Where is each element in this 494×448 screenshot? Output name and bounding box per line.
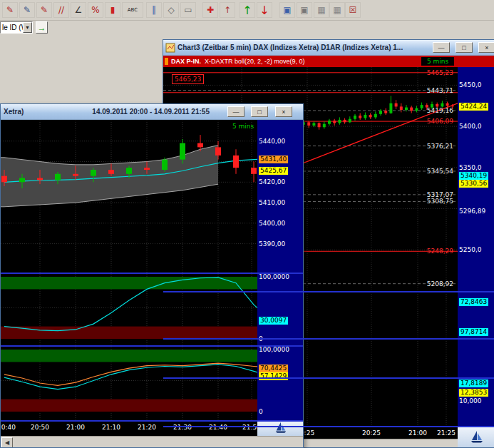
panel-separator [1,345,304,347]
snapshot-icon[interactable]: ▣ [297,2,312,18]
time-label: 20:40 [0,424,16,431]
drawing-toolbar: ✎✎✎//∠%▮ABC‖◇▭✚↑↑↓▣▣▦▦☒ [0,0,494,21]
chart2-window: Xetra) 14.09.2011 20:00 - 14.09.2011 21:… [0,103,304,448]
go-button[interactable]: → [36,21,48,34]
price-scale-label: 5424,24 [459,103,488,111]
oscillator-scale-label: 57,1429 [259,372,288,380]
layout-grid-b-icon[interactable]: ▦ [329,2,345,18]
chart3-title: Chart3 (Zeitbar 5 min) DAX (Indizes Xetr… [177,44,403,51]
sail-logo-icon [274,421,287,437]
sail-logo-icon [470,429,484,447]
time-label: 21:00 [66,424,85,431]
draw-fibonacci-icon[interactable]: % [88,2,103,18]
price-alert-label: 5465,23 [172,74,204,84]
oscillator-scale-label: 70,4425 [259,365,288,372]
price-scale-label: 5390,00 [259,240,285,248]
secondary-toolbar: le ID (W ▼ → [0,21,494,34]
minimize-button[interactable]: — [433,42,450,53]
close-button[interactable]: × [275,106,292,117]
oscillator-scale-label: 12,3853 [459,389,488,397]
chevron-down-icon[interactable]: ▼ [23,22,32,33]
maximize-button[interactable]: □ [251,106,268,117]
panel-separator [163,426,494,427]
maximize-button[interactable]: □ [456,42,473,53]
time-label: 21:30 [173,424,192,431]
close-button[interactable]: × [478,42,494,53]
price-scale-label: 5340,19 [459,172,488,180]
instrument-name: DAX P-IN. [171,58,201,65]
scroll-left-button[interactable]: ◀ [1,437,13,448]
time-label: 21:40 [209,424,227,431]
panel-separator [163,291,494,292]
draw-trendline-icon[interactable]: ✎ [19,2,35,18]
chart2-scrollbar[interactable]: ◀ [1,436,304,448]
panel-separator [1,273,304,274]
price-scale-label: 5420,00 [259,178,285,186]
instrument-banner: DAX P-IN. X-DAXTR boll(20, 2, -2) move(9… [163,56,494,67]
chart-window-icon [165,43,175,53]
chart2-date-range: 14.09.2011 20:00 - 14.09.2011 21:55 [92,108,210,116]
oscillator-scale-label: 100,0000 [259,346,289,354]
arrow-buy-icon[interactable]: ↑ [240,2,255,18]
time-label: 21:25 [437,429,456,437]
banner-color-mark [165,58,168,65]
oscillator-scale-label: 0 [259,408,263,416]
draw-angle-icon[interactable]: ∠ [71,2,86,18]
time-label: 21:10 [102,424,120,431]
chart3-titlebar[interactable]: Chart3 (Zeitbar 5 min) DAX (Indizes Xetr… [163,40,494,56]
price-scale-label: 5450,0 [459,81,482,89]
price-scale-label: 5400,00 [259,220,285,228]
layout-grid-a-icon[interactable]: ▦ [314,2,329,18]
box-tool-icon[interactable]: ▭ [180,2,196,18]
chart-window-icon[interactable]: ▣ [279,2,295,18]
price-scale-label: 5400,0 [459,123,482,131]
text-tool-icon[interactable]: ABC [122,2,143,18]
price-scale-label: 5250,0 [459,246,482,254]
layout-delete-icon[interactable]: ☒ [345,2,361,18]
chart2-title-clipped: Xetra) [4,108,24,116]
green-arrow-icon: → [38,23,46,33]
id-combobox[interactable]: le ID (W ▼ [0,21,33,34]
price-scale-label: 5440,00 [259,138,285,146]
chart3-corner-cell[interactable] [458,427,494,448]
oscillator-scale-label: 30,0097 [259,317,288,325]
panel-separator [163,377,494,379]
oscillator-scale-label: 97,8714 [459,328,488,336]
draw-percent-line-icon[interactable]: ✎ [36,2,52,18]
minimize-button[interactable]: — [227,106,245,117]
timeframe-badge: 5 mins [421,57,454,66]
trading-application: ✎✎✎//∠%▮ABC‖◇▭✚↑↑↓▣▣▦▦☒ le ID (W ▼ → Cha… [0,0,494,448]
panel-separator [1,420,304,422]
chart2-time-axis[interactable]: 20:4020:5021:0021:1021:2021:3021:4021:50 [1,422,257,436]
chart2-price-scale[interactable]: 5440,005431,405425,675420,005410,005400,… [257,120,304,422]
timeframe-label: 5 mins [232,123,254,130]
price-scale-label: 5330,56 [459,180,488,188]
oscillator-scale-label: 72,8463 [459,298,488,306]
arrow-sell-icon[interactable]: ↓ [257,2,272,18]
chart2-plot-area[interactable] [1,120,257,422]
oscillator-scale-label: 17,8189 [459,380,488,387]
price-scale-label: 5296,89 [459,208,485,215]
study-label: X-DAXTR boll(20, 2, -2) move(9, 0) [205,58,305,65]
add-marker-icon[interactable]: ✚ [202,2,218,18]
draw-parallel-lines-icon[interactable]: // [53,2,69,18]
panel-separator [163,338,494,340]
price-scale-label: 5425,67 [259,167,288,175]
time-label: 20:50 [31,424,49,431]
time-label: 20:25 [362,429,381,437]
oscillator-scale-label: 10,000 [459,397,482,405]
chart3-price-scale[interactable]: 5450,05424,245400,05350,05340,195330,565… [458,67,494,427]
timeframe-label: 5 mins [427,58,448,65]
time-label: 21:20 [138,424,156,431]
diamond-tool-icon[interactable]: ◇ [163,2,179,18]
pause-icon[interactable]: ‖ [146,2,162,18]
chart2-corner-cell[interactable] [257,422,304,436]
combobox-value: le ID (W [1,24,23,31]
time-label: 21:00 [408,429,427,437]
bar-marker-icon[interactable]: ▮ [105,2,120,18]
chart2-titlebar[interactable]: Xetra) 14.09.2011 20:00 - 14.09.2011 21:… [1,104,303,120]
price-scale-label: 5410,00 [259,199,285,207]
oscillator-scale-label: 100,0000 [259,273,289,281]
arrow-up-small-icon[interactable]: ↑ [220,2,235,18]
draw-pencil-icon[interactable]: ✎ [2,2,18,18]
